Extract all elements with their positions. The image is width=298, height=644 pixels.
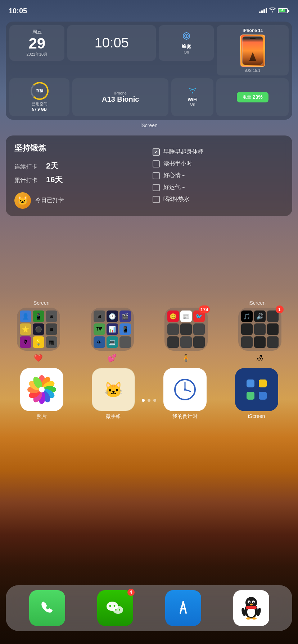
folder-beach-4: 🏖 xyxy=(256,354,263,362)
svg-line-22 xyxy=(185,390,190,391)
wechat-icon[interactable] xyxy=(97,590,133,626)
app-folder-1[interactable]: 👤 📱 ⊞ ⭐ ⚫ ▦ 🎙 💡 ▦ ❤️ xyxy=(3,308,74,362)
svg-point-3 xyxy=(186,35,187,37)
todo-checkbox-4[interactable] xyxy=(153,196,160,203)
svg-point-42 xyxy=(246,617,251,620)
folder-grid-2[interactable]: ⊞ 🕐 🎬 🗺 📊 📱 ✈ 💻 xyxy=(91,308,134,351)
todo-item-2[interactable]: 好心情～ xyxy=(153,172,284,179)
folder-icon: 🎙 xyxy=(20,336,31,348)
todo-item-1[interactable]: 读书半小时 xyxy=(153,160,284,167)
weishouzhang-label: 微手帐 xyxy=(106,413,121,420)
page-dot-1[interactable] xyxy=(142,399,145,402)
cellular-cell[interactable]: 蜂窝 On xyxy=(159,25,214,61)
folder-icon: 💡 xyxy=(33,336,44,348)
svg-marker-0 xyxy=(281,9,283,12)
time-cell[interactable]: 10:05 xyxy=(67,25,156,61)
qq-icon[interactable] xyxy=(233,590,269,626)
processor-name: A13 Bionic xyxy=(102,95,139,104)
appstore-icon[interactable] xyxy=(165,590,201,626)
consecutive-value: 2天 xyxy=(46,161,58,171)
folder-grid-1[interactable]: 👤 📱 ⊞ ⭐ ⚫ ▦ 🎙 💡 ▦ xyxy=(17,308,60,351)
wechat-dock-item[interactable]: 4 xyxy=(97,590,133,626)
status-icons xyxy=(259,8,289,14)
iscreen-app[interactable]: iScreen xyxy=(235,368,278,420)
svg-point-30 xyxy=(113,605,115,607)
consecutive-row: 连续打卡 2天 xyxy=(14,161,145,171)
weishouzhang-app[interactable]: 🐱 微手帐 xyxy=(92,368,135,420)
page-dot-2[interactable] xyxy=(148,399,150,402)
folder-icon: ⊞ xyxy=(46,310,57,322)
folder-icon xyxy=(254,336,266,348)
folder-grid-4[interactable]: 🎵 🔊 xyxy=(238,308,281,351)
iscreen-label-folders-right: iScreen xyxy=(249,300,266,306)
iscreen-label-1: iScreen xyxy=(6,123,292,128)
folder-icon: 🕐 xyxy=(107,310,118,322)
folder-icon xyxy=(119,336,131,348)
countdown-icon[interactable] xyxy=(163,368,207,411)
folder-badge-4: 1 xyxy=(276,305,284,313)
phone-dock-item[interactable] xyxy=(29,590,65,626)
folder-icon: 📊 xyxy=(107,323,118,335)
wifi-text: WiFi xyxy=(188,97,197,102)
app-folder-4[interactable]: 🎵 🔊 1 🏖 xyxy=(224,308,295,362)
battery-label: 电量 xyxy=(243,94,251,100)
appstore-dock-item[interactable] xyxy=(165,590,201,626)
folder-icon xyxy=(180,336,192,348)
iphone-info-cell[interactable]: iPhone 11 iOS 15.1 xyxy=(217,25,289,75)
consecutive-label: 连续打卡 xyxy=(14,163,43,171)
folder-icon: ⚫ xyxy=(33,323,44,335)
folder-icon: 📱 xyxy=(33,310,44,322)
todo-text-2: 好心情～ xyxy=(163,172,186,179)
exercise-stats: 连续打卡 2天 累计打卡 16天 xyxy=(14,161,145,185)
ios-version: iOS 15.1 xyxy=(245,68,261,73)
svg-rect-25 xyxy=(247,392,254,400)
battery-cell[interactable]: 电量 23% xyxy=(216,78,289,116)
folder-icon xyxy=(180,323,192,335)
todo-item-0[interactable]: 早睡早起身体棒 xyxy=(153,148,284,156)
phone-icon[interactable] xyxy=(29,590,65,626)
todo-checkbox-0[interactable] xyxy=(153,148,160,156)
iscreen-system-widget[interactable]: 周五 29 2021年10月 10:05 xyxy=(6,22,292,120)
folder-icon xyxy=(167,336,179,348)
exercise-title: 坚持锻炼 xyxy=(14,143,145,153)
photos-app[interactable]: 照片 xyxy=(20,368,63,420)
status-bar: 10:05 xyxy=(0,0,298,18)
app-folder-3[interactable]: 😊 📰 🐦 174 🧍 xyxy=(150,308,221,362)
svg-point-29 xyxy=(109,605,111,607)
app-folders-row: 👤 📱 ⊞ ⭐ ⚫ ▦ 🎙 💡 ▦ ❤️ ⊞ 🕐 🎬 🗺 📊 📱 ✈ 💻 💕 xyxy=(0,308,298,362)
photos-icon[interactable] xyxy=(20,368,63,411)
checkin-avatar: 🐱 xyxy=(14,192,31,209)
todo-checkbox-3[interactable] xyxy=(153,184,160,191)
iscreen-icon[interactable] xyxy=(235,368,278,411)
date-cell[interactable]: 周五 29 2021年10月 xyxy=(9,25,64,61)
todo-item-3[interactable]: 好运气～ xyxy=(153,184,284,191)
wifi-cell[interactable]: WiFi On xyxy=(171,78,213,116)
folder-grid-3[interactable]: 😊 📰 🐦 xyxy=(164,308,208,351)
storage-used-value: 57.9 GB xyxy=(32,107,47,112)
folder-icon: ⭐ xyxy=(20,323,31,335)
folder-heart-2: 💕 xyxy=(108,354,117,362)
qq-dock-item[interactable] xyxy=(233,590,269,626)
todo-text-3: 好运气～ xyxy=(163,184,186,191)
processor-cell[interactable]: iPhone A13 Bionic xyxy=(72,78,168,116)
storage-ring: 存储 xyxy=(31,82,49,100)
todo-checkbox-1[interactable] xyxy=(153,160,160,167)
folder-icon: ▦ xyxy=(46,336,57,348)
cellular-label: 蜂窝 xyxy=(182,43,191,50)
signal-icon xyxy=(259,8,267,13)
storage-cell[interactable]: 存储 已用空间 57.9 GB xyxy=(9,78,69,116)
app-folder-2[interactable]: ⊞ 🕐 🎬 🗺 📊 📱 ✈ 💻 💕 xyxy=(77,308,148,362)
svg-rect-26 xyxy=(259,392,267,400)
folder-icon: 🎵 xyxy=(241,310,253,322)
storage-used-label: 已用空间 xyxy=(32,101,48,107)
todo-item-4[interactable]: 喝8杯热水 xyxy=(153,196,284,203)
folder-icon: 👤 xyxy=(20,310,31,322)
exercise-widget[interactable]: 坚持锻炼 连续打卡 2天 累计打卡 16天 🐱 今日已打卡 早睡早起身体棒读书半… xyxy=(6,135,292,216)
weishouzhang-icon[interactable]: 🐱 xyxy=(92,368,135,411)
countdown-app[interactable]: 我的倒计时 xyxy=(163,368,207,420)
page-dot-3[interactable] xyxy=(153,399,156,402)
wechat-badge: 4 xyxy=(127,589,135,596)
todo-checkbox-2[interactable] xyxy=(153,172,160,179)
date-number: 29 xyxy=(28,35,45,52)
folder-icon: 🗺 xyxy=(94,323,105,335)
